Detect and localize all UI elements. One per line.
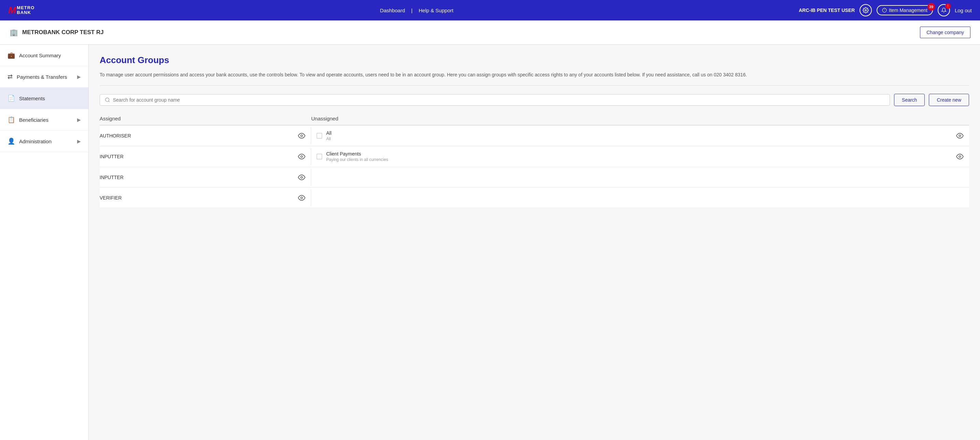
building-icon: 🏢	[10, 28, 18, 37]
chevron-right-icon: ▶	[77, 74, 81, 79]
svg-point-4	[105, 98, 109, 102]
logo-metro: METRO	[17, 5, 35, 10]
eye-icon[interactable]	[956, 153, 964, 160]
logo-text: METRO BANK	[17, 5, 35, 15]
assigned-cell: INPUTTER	[100, 169, 311, 186]
svg-point-10	[301, 176, 303, 178]
eye-icon[interactable]	[298, 174, 305, 181]
sidebar-item-administration[interactable]: 👤 Administration ▶	[0, 131, 88, 152]
sidebar-item-left: 👤 Administration	[8, 137, 51, 145]
logo-m-letter: M	[8, 5, 16, 15]
assigned-label: AUTHORISER	[100, 133, 131, 138]
table-row: INPUTTER	[100, 167, 969, 187]
sidebar-item-label: Beneficiaries	[19, 117, 48, 123]
header-right: ARC-IB PEN TEST USER Item Management 39 …	[799, 4, 972, 16]
unassigned-cell: Client Payments Paying our clients in al…	[311, 146, 969, 167]
unassigned-cell: All All	[311, 125, 969, 146]
sidebar: 💼 Account Summary ⇄ Payments & Transfers…	[0, 44, 89, 440]
chevron-right-icon: ▶	[77, 117, 81, 122]
sidebar-item-left: 📄 Statements	[8, 94, 45, 102]
assigned-label: VERIFIER	[100, 195, 122, 200]
svg-point-7	[959, 135, 961, 137]
main-layout: 💼 Account Summary ⇄ Payments & Transfers…	[0, 44, 980, 440]
unassigned-name: All	[326, 130, 332, 136]
table-row: INPUTTER Client Payments Paying our clie…	[100, 146, 969, 167]
sidebar-item-beneficiaries[interactable]: 📋 Beneficiaries ▶	[0, 109, 88, 131]
eye-icon[interactable]	[298, 132, 305, 140]
search-button[interactable]: Search	[894, 94, 925, 106]
col-unassigned-header: Unassigned	[311, 116, 969, 121]
notifications-button[interactable]: !	[938, 4, 950, 16]
change-company-button[interactable]: Change company	[920, 27, 970, 38]
sidebar-item-statements[interactable]: 📄 Statements	[0, 88, 88, 109]
logout-button[interactable]: Log out	[955, 8, 972, 13]
user-icon: 👤	[8, 137, 15, 145]
sidebar-item-account-summary[interactable]: 💼 Account Summary	[0, 44, 88, 66]
table-row: AUTHORISER All All	[100, 125, 969, 146]
header: M METRO BANK Dashboard | Help & Support …	[0, 0, 980, 21]
briefcase-icon: 💼	[8, 51, 15, 59]
nav-dashboard-link[interactable]: Dashboard	[380, 8, 405, 13]
unassigned-info: All All	[326, 130, 332, 141]
sidebar-item-label: Payments & Transfers	[17, 74, 67, 80]
company-name-text: METROBANK CORP TEST RJ	[22, 29, 104, 36]
main-content: Account Groups To manage user account pe…	[89, 44, 980, 440]
list-icon: 📋	[8, 116, 15, 124]
sidebar-item-label: Statements	[19, 95, 45, 101]
search-input-wrapper	[100, 94, 890, 106]
unassigned-info: Client Payments Paying our clients in al…	[326, 151, 388, 162]
assigned-label: INPUTTER	[100, 154, 124, 159]
sidebar-item-left: 💼 Account Summary	[8, 51, 61, 59]
unassigned-cell	[311, 193, 969, 203]
sidebar-item-label: Account Summary	[19, 52, 61, 58]
sidebar-item-left: 📋 Beneficiaries	[8, 116, 48, 124]
assigned-cell: AUTHORISER	[100, 127, 311, 144]
nav-divider: |	[411, 8, 412, 13]
unassigned-name: Client Payments	[326, 151, 388, 157]
svg-point-9	[959, 156, 961, 158]
nav-help-link[interactable]: Help & Support	[419, 8, 453, 13]
unassigned-desc: All	[326, 137, 332, 141]
eye-icon[interactable]	[956, 132, 964, 140]
company-name-display: 🏢 METROBANK CORP TEST RJ	[10, 28, 104, 37]
unassigned-checkbox[interactable]	[317, 154, 322, 159]
assigned-cell: INPUTTER	[100, 148, 311, 165]
item-management-button[interactable]: Item Management 39	[877, 5, 933, 15]
assigned-cell: VERIFIER	[100, 189, 311, 206]
eye-icon[interactable]	[298, 194, 305, 202]
item-management-label: Item Management	[889, 8, 928, 13]
search-bar: Search Create new	[100, 94, 969, 106]
svg-line-5	[108, 101, 110, 102]
sidebar-item-label: Administration	[19, 138, 51, 144]
sidebar-item-payments-transfers[interactable]: ⇄ Payments & Transfers ▶	[0, 66, 88, 88]
assigned-label: INPUTTER	[100, 175, 124, 180]
user-name: ARC-IB PEN TEST USER	[799, 8, 855, 13]
transfer-icon: ⇄	[8, 73, 13, 81]
gear-icon[interactable]	[859, 4, 872, 16]
eye-icon[interactable]	[298, 153, 305, 160]
search-icon	[105, 97, 110, 103]
search-input[interactable]	[113, 97, 885, 103]
svg-point-6	[301, 135, 303, 137]
unassigned-left: All All	[317, 130, 332, 141]
unassigned-left: Client Payments Paying our clients in al…	[317, 151, 388, 162]
notifications-badge: !	[945, 3, 951, 9]
logo-bank: BANK	[17, 10, 35, 15]
unassigned-checkbox[interactable]	[317, 133, 322, 138]
sidebar-item-left: ⇄ Payments & Transfers	[8, 73, 67, 81]
svg-point-8	[301, 156, 303, 158]
create-new-button[interactable]: Create new	[929, 94, 969, 106]
item-management-badge: 39	[928, 3, 935, 11]
header-nav: Dashboard | Help & Support	[380, 8, 453, 13]
svg-point-11	[301, 197, 303, 199]
table-row: VERIFIER	[100, 187, 969, 208]
document-icon: 📄	[8, 94, 15, 102]
page-description: To manage user account permissions and a…	[100, 71, 969, 86]
table-rows: AUTHORISER All All INPUTTER	[100, 125, 969, 208]
page-title: Account Groups	[100, 55, 969, 65]
col-assigned-header: Assigned	[100, 116, 311, 121]
logo: M METRO BANK	[8, 5, 35, 15]
company-bar: 🏢 METROBANK CORP TEST RJ Change company	[0, 21, 980, 44]
chevron-right-icon: ▶	[77, 138, 81, 144]
unassigned-cell	[311, 173, 969, 182]
